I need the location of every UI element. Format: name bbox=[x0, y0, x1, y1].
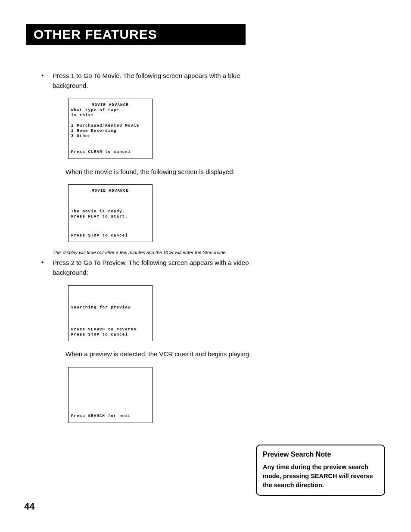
screen-title: MOVIE ADVANCE bbox=[71, 103, 149, 108]
note-box: Preview Search Note Any time during the … bbox=[256, 445, 385, 496]
section-title: OTHER FEATURES bbox=[34, 27, 157, 42]
screen-movie-advance-1: MOVIE ADVANCEWhat type of tape is this? … bbox=[68, 99, 153, 159]
screen-option: 1 Purchased/Rented Movie bbox=[71, 124, 139, 128]
screen-option: 2 Home Recording bbox=[71, 129, 117, 133]
screen-movie-advance-2: MOVIE ADVANCE The movie is ready. Press … bbox=[68, 184, 153, 242]
body-paragraph: When a preview is detected, the VCR cues… bbox=[65, 349, 267, 359]
screen-line: Press SEARCH for next bbox=[71, 414, 149, 419]
screen-line: Press STOP to cancel bbox=[71, 333, 128, 337]
screen-search-next: Press SEARCH for next bbox=[68, 367, 153, 423]
page-number: 44 bbox=[24, 501, 34, 512]
bullet-item: • Press 1 to Go To Movie. The following … bbox=[39, 71, 267, 91]
screen-line: Press SEARCH to reverse bbox=[71, 327, 137, 332]
caption-note: This display will time out after a few m… bbox=[53, 250, 267, 255]
screen-option: 3 Other bbox=[71, 134, 91, 138]
bullet-marker: • bbox=[39, 71, 53, 91]
screen-line: The movie is ready. bbox=[71, 209, 125, 214]
section-header: OTHER FEATURES bbox=[26, 24, 246, 45]
screen-cancel: Press CLEAR to cancel bbox=[71, 150, 131, 154]
screen-cancel: Press STOP to cancel bbox=[71, 233, 149, 238]
bullet-marker: • bbox=[39, 258, 53, 278]
bullet-text: Press 2 to Go To Preview. The following … bbox=[53, 258, 267, 278]
bullet-item: • Press 2 to Go To Preview. The followin… bbox=[39, 258, 267, 278]
screen-line: is this? bbox=[71, 113, 94, 118]
body-paragraph: When the movie is found, the following s… bbox=[65, 167, 267, 177]
screen-line: What type of tape bbox=[71, 108, 119, 112]
screen-searching-preview: Searching for previewPress SEARCH to rev… bbox=[68, 285, 153, 341]
bullet-text: Press 1 to Go To Movie. The following sc… bbox=[53, 71, 267, 91]
note-title: Preview Search Note bbox=[263, 451, 378, 458]
screen-title: MOVIE ADVANCE bbox=[71, 188, 149, 193]
screen-line: Searching for preview bbox=[71, 305, 131, 310]
screen-line: Press PLAY to start. bbox=[71, 215, 128, 219]
note-body: Any time during the preview search mode,… bbox=[263, 463, 378, 490]
